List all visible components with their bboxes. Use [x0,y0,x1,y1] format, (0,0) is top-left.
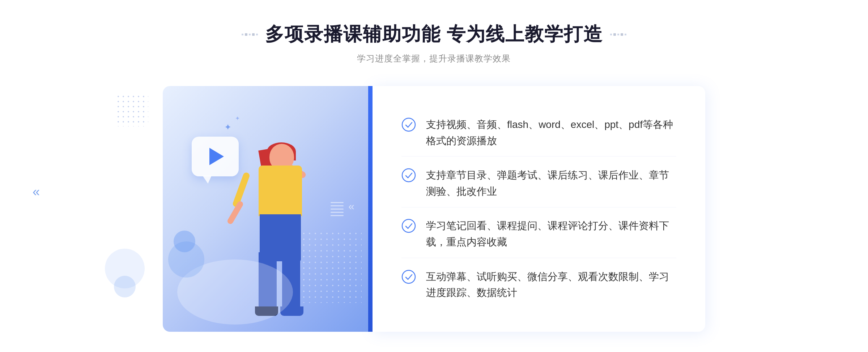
title-decorator-right [610,33,626,36]
check-circle-icon-3 [401,219,416,233]
svg-point-2 [402,219,415,232]
vert-line-3 [331,209,344,210]
title-row: 多项录播课辅助功能 专为线上教学打造 [242,22,626,47]
feature-item-1: 支持视频、音频、flash、word、excel、ppt、pdf等各种格式的资源… [401,110,676,157]
svg-point-1 [402,169,415,182]
vert-line-4 [331,212,344,213]
deco-square-3 [249,34,251,35]
vert-line-1 [331,202,344,203]
deco-square-r3 [617,34,619,35]
feature-item-2: 支持章节目录、弹题考试、课后练习、课后作业、章节测验、批改作业 [401,160,676,207]
vert-line-5 [331,215,344,216]
feature-text-2: 支持章节目录、弹题考试、课后练习、课后作业、章节测验、批改作业 [426,167,676,200]
dots-decoration-outer [116,94,148,126]
feature-text-1: 支持视频、音频、flash、word、excel、ppt、pdf等各种格式的资源… [426,117,676,149]
panel-chevrons-icon: « [348,200,354,213]
header-section: 多项录播课辅助功能 专为线上教学打造 学习进度全掌握，提升录播课教学效果 [242,22,626,64]
sparkle-icon-2: ✦ [235,115,240,122]
svg-point-3 [402,270,415,283]
svg-point-0 [402,118,415,131]
vert-line-2 [331,205,344,206]
right-features-panel: 支持视频、音频、flash、word、excel、ppt、pdf等各种格式的资源… [373,86,705,332]
deco-square-1 [242,34,243,35]
content-area: ✦ ✦ [163,86,705,332]
circle-decoration-outer-sm [114,276,136,297]
feature-text-4: 互动弹幕、试听购买、微信分享、观看次数限制、学习进度跟踪、数据统计 [426,269,676,301]
deco-square-r5 [625,34,626,35]
vertical-lines-decoration [331,202,344,216]
deco-square-r2 [613,33,616,36]
deco-square-5 [256,34,258,35]
deco-circle-medium [168,241,204,278]
title-decorator-left [242,33,258,36]
chevron-left-outer-icon: « [33,184,40,199]
check-circle-icon-4 [401,270,416,284]
deco-square-2 [245,33,247,36]
page-subtitle: 学习进度全掌握，提升录播课教学效果 [242,53,626,64]
check-circle-icon-2 [401,168,416,183]
feature-text-3: 学习笔记回看、课程提问、课程评论打分、课件资料下载，重点内容收藏 [426,218,676,250]
feature-item-3: 学习笔记回看、课程提问、课程评论打分、课件资料下载，重点内容收藏 [401,211,676,258]
deco-square-4 [252,33,255,36]
left-illustration-panel: ✦ ✦ [163,86,373,332]
blue-accent-bar [368,86,373,332]
check-circle-icon-1 [401,117,416,132]
page-title: 多项录播课辅助功能 专为线上教学打造 [265,22,603,47]
deco-square-r4 [621,33,623,36]
page-container: « 多项录播课辅助功能 专为线上教学打造 学习进度全掌握，提升录播课教学效果 [0,0,868,352]
feature-item-4: 互动弹幕、试听购买、微信分享、观看次数限制、学习进度跟踪、数据统计 [401,262,676,309]
person-body [259,166,302,216]
deco-square-r1 [610,34,612,35]
